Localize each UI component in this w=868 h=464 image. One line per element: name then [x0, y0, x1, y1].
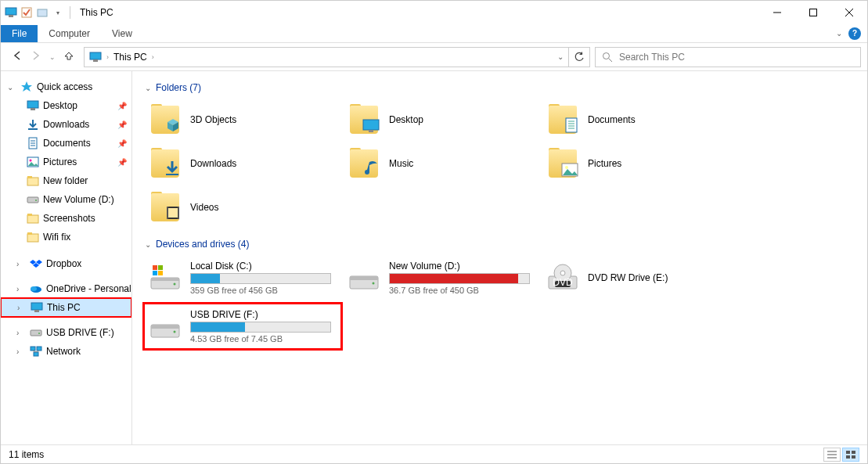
- sidebar-root-network[interactable]: ›Network: [1, 342, 131, 361]
- svg-rect-13: [31, 108, 35, 110]
- folder-videos[interactable]: Videos: [145, 187, 340, 228]
- titlebar: ▾ This PC: [1, 1, 867, 24]
- drive-usb-drive-f-[interactable]: USB DRIVE (F:)4.53 GB free of 7.45 GB: [145, 304, 340, 348]
- sidebar-item-new-folder[interactable]: New folder: [1, 171, 131, 190]
- pin-icon: 📌: [117, 139, 127, 148]
- picture-icon: [26, 155, 40, 169]
- sidebar-root-usb-drive-f-[interactable]: ›USB DRIVE (F:): [1, 323, 131, 342]
- svg-point-30: [31, 286, 37, 291]
- sidebar-root-onedrive-personal[interactable]: ›OneDrive - Personal: [1, 279, 131, 298]
- sidebar-root-dropbox[interactable]: ›Dropbox: [1, 254, 131, 273]
- qat-newfolder-icon[interactable]: [35, 5, 49, 20]
- folder-icon: [347, 146, 381, 181]
- sidebar-item-screenshots[interactable]: Screenshots: [1, 209, 131, 228]
- window-title: This PC: [80, 7, 113, 18]
- section-folders-header[interactable]: ⌄Folders (7): [145, 82, 855, 93]
- folder-music[interactable]: Music: [344, 143, 539, 184]
- sidebar-root-this-pc[interactable]: ›This PC: [1, 298, 131, 317]
- svg-rect-12: [27, 101, 38, 108]
- folder-3d-objects[interactable]: 3D Objects: [145, 99, 340, 140]
- folder-desktop[interactable]: Desktop: [344, 99, 539, 140]
- sidebar-item-downloads[interactable]: Downloads📌: [1, 115, 131, 134]
- drive-icon: [148, 261, 182, 295]
- svg-rect-75: [846, 451, 850, 454]
- sidebar-item-documents[interactable]: Documents📌: [1, 134, 131, 153]
- refresh-button[interactable]: [568, 47, 590, 67]
- details-view-button[interactable]: [823, 448, 841, 462]
- svg-rect-25: [27, 215, 38, 223]
- tree-label: Dropbox: [46, 258, 81, 269]
- svg-rect-23: [27, 197, 38, 203]
- up-button[interactable]: [63, 50, 74, 63]
- tree-label: Documents: [43, 138, 91, 149]
- search-input[interactable]: Search This PC: [595, 47, 861, 67]
- breadcrumb[interactable]: This PC: [113, 52, 147, 63]
- ribbon-expand-icon[interactable]: ⌄: [836, 29, 842, 38]
- close-button[interactable]: [831, 1, 867, 24]
- drive-label: Local Disk (C:): [190, 261, 337, 272]
- svg-rect-37: [34, 352, 38, 356]
- sidebar-item-desktop[interactable]: Desktop📌: [1, 96, 131, 115]
- folder-icon: [148, 146, 182, 181]
- back-button[interactable]: [12, 50, 23, 63]
- svg-text:DVD: DVD: [553, 277, 573, 288]
- drive-icon: [148, 309, 182, 344]
- folder-documents[interactable]: Documents: [542, 99, 738, 140]
- folder-label: Music: [389, 158, 413, 169]
- folder-label: Documents: [588, 114, 636, 125]
- qat-dropdown-icon[interactable]: ▾: [51, 5, 65, 20]
- qat-properties-icon[interactable]: [20, 5, 34, 20]
- svg-rect-32: [34, 310, 39, 312]
- sidebar-quick-access[interactable]: ⌄Quick access: [1, 77, 131, 96]
- content-pane: ⌄Folders (7) 3D Objects Desktop Document…: [132, 71, 867, 444]
- tree-label: Desktop: [43, 100, 77, 111]
- minimize-button[interactable]: [759, 1, 795, 24]
- monitor-icon: [30, 300, 44, 315]
- svg-rect-33: [31, 330, 41, 336]
- svg-point-24: [35, 200, 37, 201]
- recent-dropdown-icon[interactable]: ⌄: [49, 53, 56, 61]
- folder-pictures[interactable]: Pictures: [542, 143, 738, 184]
- drive-dvd-rw-drive-e-[interactable]: DVD DVD RW Drive (E:): [542, 256, 738, 300]
- maximize-button[interactable]: [795, 1, 831, 24]
- svg-rect-9: [93, 59, 98, 62]
- sidebar-item-wifi-fix[interactable]: Wifi fix: [1, 228, 131, 246]
- svg-rect-21: [27, 178, 38, 185]
- section-drives-header[interactable]: ⌄Devices and drives (4): [145, 239, 855, 250]
- drive-new-volume-d-[interactable]: New Volume (D:)36.7 GB free of 450 GB: [344, 256, 539, 300]
- folder-label: Videos: [190, 202, 218, 213]
- pin-icon: 📌: [117, 102, 127, 110]
- folder-label: Desktop: [389, 114, 423, 125]
- sidebar-item-new-volume-d-[interactable]: New Volume (D:): [1, 190, 131, 209]
- svg-rect-5: [810, 9, 817, 16]
- drive-free-text: 4.53 GB free of 7.45 GB: [190, 334, 337, 344]
- drive-label: USB DRIVE (F:): [190, 309, 337, 320]
- drive-usage-bar: [389, 273, 530, 284]
- svg-point-66: [560, 271, 565, 275]
- folder-downloads[interactable]: Downloads: [145, 143, 340, 184]
- svg-rect-27: [27, 234, 38, 242]
- tab-computer[interactable]: Computer: [38, 25, 101, 42]
- drive-local-disk-c-[interactable]: Local Disk (C:)359 GB free of 456 GB: [145, 256, 340, 300]
- help-icon[interactable]: ?: [848, 27, 861, 40]
- star-icon: [20, 80, 34, 94]
- forward-button[interactable]: [31, 50, 41, 63]
- tree-label: New Volume (D:): [43, 194, 114, 205]
- tiles-view-button[interactable]: [842, 448, 859, 462]
- file-tab[interactable]: File: [1, 25, 38, 42]
- app-icon: [4, 5, 18, 20]
- address-dropdown-icon[interactable]: ⌄: [557, 52, 564, 61]
- dropbox-icon: [29, 257, 43, 271]
- drive-icon: [347, 261, 381, 295]
- sidebar-item-pictures[interactable]: Pictures📌: [1, 153, 131, 171]
- svg-point-20: [30, 160, 32, 162]
- section-title: Folders (7): [156, 82, 201, 93]
- svg-rect-57: [153, 265, 157, 270]
- svg-point-56: [174, 283, 176, 286]
- svg-rect-40: [363, 120, 379, 130]
- address-bar[interactable]: › This PC › ⌄: [84, 47, 569, 67]
- tab-view[interactable]: View: [101, 25, 143, 42]
- usb-icon: [29, 326, 43, 340]
- network-icon: [29, 344, 43, 358]
- svg-rect-28: [27, 232, 32, 235]
